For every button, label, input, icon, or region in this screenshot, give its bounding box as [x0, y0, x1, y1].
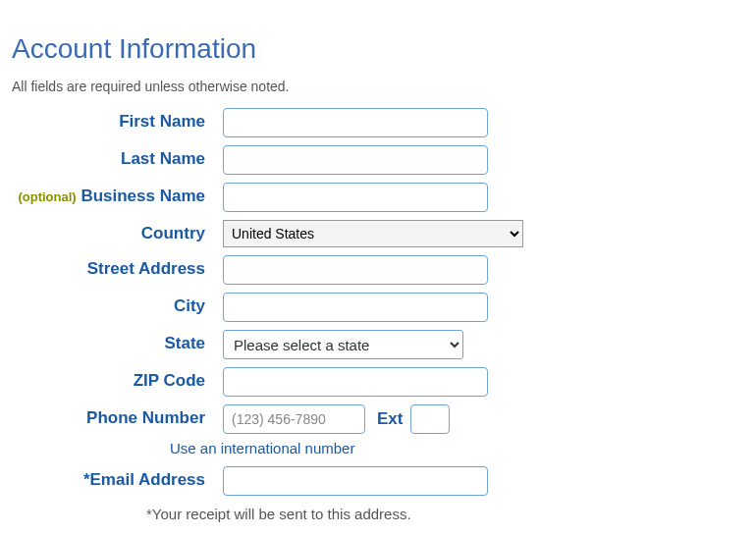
zip-field[interactable] — [223, 367, 488, 397]
label-state: State — [12, 330, 223, 353]
label-city: City — [12, 293, 223, 316]
email-receipt-note: *Your receipt will be sent to this addre… — [146, 506, 411, 522]
optional-tag: (optional) — [18, 189, 76, 204]
label-zip: ZIP Code — [12, 367, 223, 391]
street-address-field[interactable] — [223, 255, 488, 285]
label-first-name: First Name — [12, 108, 223, 132]
business-name-field[interactable] — [223, 183, 488, 212]
ext-field[interactable] — [410, 404, 450, 434]
required-note: All fields are required unless otherwise… — [12, 79, 744, 94]
last-name-field[interactable] — [223, 145, 488, 175]
account-form: First Name Last Name (optional) Business… — [12, 108, 562, 522]
label-country: Country — [12, 220, 223, 243]
label-last-name: Last Name — [12, 145, 223, 169]
country-select[interactable]: United States — [223, 220, 523, 247]
state-select[interactable]: Please select a state — [223, 330, 463, 359]
phone-field[interactable] — [223, 404, 365, 434]
business-name-text: Business Name — [81, 187, 205, 205]
label-business-name: (optional) Business Name — [12, 183, 223, 206]
label-ext: Ext — [371, 409, 405, 429]
city-field[interactable] — [223, 293, 488, 322]
first-name-field[interactable] — [223, 108, 488, 137]
label-email: *Email Address — [12, 466, 223, 490]
label-phone: Phone Number — [12, 404, 223, 428]
email-field[interactable] — [223, 466, 488, 496]
page-title: Account Information — [12, 33, 744, 65]
intl-number-link[interactable]: Use an international number — [170, 440, 354, 456]
label-street-address: Street Address — [12, 255, 223, 279]
